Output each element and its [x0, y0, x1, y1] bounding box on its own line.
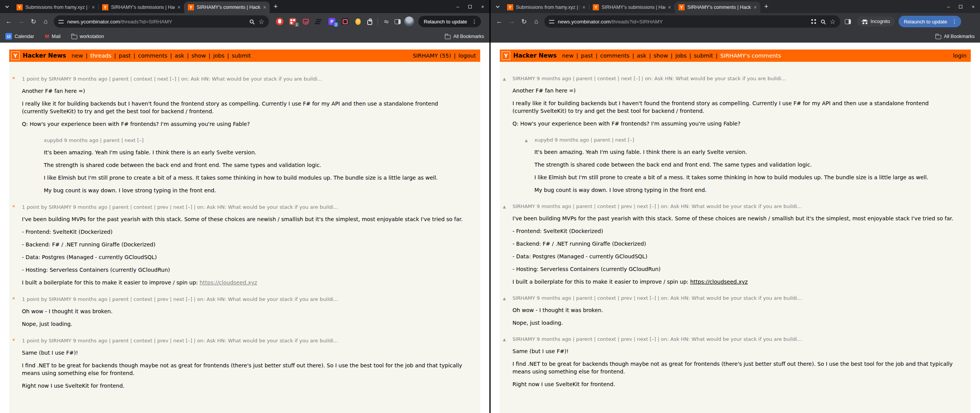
- close-window-button[interactable]: ×: [972, 4, 975, 10]
- browser-tab[interactable]: YSubmissions from hamy.xyz | H×: [13, 2, 98, 13]
- new-tab-button[interactable]: +: [274, 2, 278, 11]
- comment-collapse-toggle[interactable]: [–]: [628, 137, 634, 143]
- comment-context-link[interactable]: context: [134, 204, 153, 210]
- comment-user-link[interactable]: SIRHAMY: [49, 204, 71, 210]
- comment-parent-link[interactable]: parent: [112, 76, 129, 82]
- comment-user-link[interactable]: xupybd: [534, 137, 553, 143]
- comment-story-link[interactable]: on: Ask HN: What would be your stack if …: [661, 295, 802, 301]
- comment-age-link[interactable]: 9 months ago: [537, 336, 571, 342]
- tab-search-button[interactable]: [2, 2, 12, 11]
- bookmark-item-workstation[interactable]: workstation: [71, 33, 104, 40]
- browser-tab[interactable]: YSIRHAMY's submissions | Hacke×: [589, 2, 675, 13]
- back-button[interactable]: ←: [494, 16, 505, 27]
- comment-context-link[interactable]: context: [134, 296, 153, 302]
- comment-age-link[interactable]: 9 months ago: [537, 76, 571, 81]
- comment-context-link[interactable]: context: [134, 338, 153, 344]
- comment-collapse-toggle[interactable]: [–]: [186, 296, 192, 302]
- comment-collapse-toggle[interactable]: [–]: [650, 336, 656, 342]
- bookmark-star-icon[interactable]: ☆: [259, 18, 264, 26]
- hn-nav-ask[interactable]: ask: [637, 53, 647, 59]
- tab-search-button[interactable]: [493, 2, 502, 11]
- comment-story-link[interactable]: on: Ask HN: What would be your stack if …: [181, 76, 322, 82]
- hn-logo[interactable]: Y: [502, 51, 510, 60]
- comment-parent-link[interactable]: parent: [112, 204, 129, 210]
- hn-nav-show[interactable]: show: [191, 53, 206, 59]
- home-button[interactable]: ⌂: [531, 16, 542, 27]
- windows-grid-icon[interactable]: [811, 19, 813, 21]
- hn-login-link[interactable]: login: [953, 53, 967, 59]
- comment-prev-link[interactable]: prev: [621, 203, 632, 209]
- comment-parent-link[interactable]: parent: [112, 296, 129, 302]
- comment-parent-link[interactable]: parent: [112, 338, 129, 344]
- comment-context-link[interactable]: context: [597, 203, 616, 209]
- all-bookmarks-button[interactable]: All Bookmarks: [445, 34, 484, 39]
- side-panel-icon[interactable]: [392, 16, 403, 27]
- maximize-button[interactable]: [959, 5, 962, 8]
- comment-prev-link[interactable]: prev: [621, 295, 632, 301]
- comment-next-link[interactable]: next: [615, 137, 626, 143]
- tab-close-icon[interactable]: ×: [263, 4, 266, 10]
- relaunch-to-update-button[interactable]: Relaunch to update ⋮: [418, 16, 481, 27]
- hn-nav-new[interactable]: new: [71, 53, 83, 59]
- comment-story-link[interactable]: on: Ask HN: What would be your stack if …: [197, 296, 338, 302]
- zoom-level-icon[interactable]: [821, 20, 825, 23]
- hn-brand[interactable]: Hacker News: [513, 52, 557, 59]
- hn-nav-comments[interactable]: comments: [138, 53, 167, 59]
- address-bar[interactable]: news.ycombinator.com/threads?id=SIRHAMY …: [544, 15, 840, 28]
- comment-context-link[interactable]: context: [597, 295, 616, 301]
- comment-parent-link[interactable]: parent: [576, 295, 592, 301]
- hn-nav-new[interactable]: new: [562, 53, 574, 59]
- comment-next-link[interactable]: next: [157, 76, 168, 82]
- comment-next-link[interactable]: next: [621, 76, 632, 81]
- hn-nav-jobs[interactable]: jobs: [213, 53, 225, 59]
- hn-nav-threads[interactable]: threads: [90, 53, 111, 59]
- media-controls-icon[interactable]: ≡♪: [381, 16, 391, 27]
- comment-collapse-toggle[interactable]: [–]: [633, 76, 640, 81]
- maximize-button[interactable]: [468, 5, 472, 8]
- comment-context-link[interactable]: context: [134, 76, 153, 82]
- comment-age-link[interactable]: 9 months ago: [64, 137, 99, 143]
- back-button[interactable]: ←: [3, 16, 15, 27]
- upvote-arrow[interactable]: ▲: [525, 138, 534, 142]
- hn-nav-past[interactable]: past: [119, 53, 131, 59]
- profile-avatar[interactable]: [404, 16, 415, 27]
- browser-tab[interactable]: YSIRHAMY's submissions | Hacke×: [99, 2, 184, 13]
- bookmark-item-calendar[interactable]: 12Calendar: [5, 33, 34, 40]
- zoom-level-icon[interactable]: [250, 20, 254, 23]
- comment-parent-link[interactable]: parent: [576, 203, 592, 209]
- comment-age-link[interactable]: 9 months ago: [73, 296, 108, 302]
- comment-parent-link[interactable]: parent: [576, 336, 592, 342]
- comment-collapse-toggle[interactable]: [–]: [186, 338, 192, 344]
- comment-age-link[interactable]: 9 months ago: [537, 203, 571, 209]
- hn-nav-show[interactable]: show: [653, 53, 668, 59]
- address-bar[interactable]: news.ycombinator.com/threads?id=SIRHAMY …: [54, 15, 269, 28]
- pass-extension-icon[interactable]: P2: [327, 16, 337, 27]
- comment-story-link[interactable]: on: Ask HN: What would be your stack if …: [661, 336, 802, 342]
- comment-next-link[interactable]: next: [173, 296, 184, 302]
- browser-tab[interactable]: YSIRHAMY's comments | Hacker×: [184, 2, 270, 13]
- comment-user-link[interactable]: SIRHAMY: [512, 336, 535, 342]
- comment-age-link[interactable]: 9 months ago: [555, 137, 589, 143]
- comment-parent-link[interactable]: parent: [103, 137, 120, 143]
- comment-inline-link[interactable]: https://cloudseed.xyz: [199, 279, 257, 286]
- comment-user-link[interactable]: SIRHAMY: [49, 338, 71, 344]
- reload-button[interactable]: ↻: [518, 16, 530, 27]
- tab-close-icon[interactable]: ×: [582, 4, 585, 10]
- hn-brand[interactable]: Hacker News: [23, 52, 66, 59]
- tab-close-icon[interactable]: ×: [92, 4, 95, 10]
- hn-nav-comments[interactable]: comments: [600, 53, 629, 59]
- hn-nav-past[interactable]: past: [581, 53, 593, 59]
- browser-tab[interactable]: YSIRHAMY's comments | Hacker×: [675, 2, 760, 13]
- hn-nav-ask[interactable]: ask: [175, 53, 184, 59]
- comment-parent-link[interactable]: parent: [576, 76, 592, 81]
- comment-next-link[interactable]: next: [637, 203, 648, 209]
- comment-age-link[interactable]: 9 months ago: [73, 204, 108, 210]
- comment-prev-link[interactable]: prev: [157, 338, 168, 344]
- comment-collapse-toggle[interactable]: [–]: [650, 203, 656, 209]
- comment-collapse-toggle[interactable]: [–]: [650, 295, 656, 301]
- comment-prev-link[interactable]: prev: [157, 296, 168, 302]
- comment-next-link[interactable]: next: [637, 295, 648, 301]
- upvote-arrow[interactable]: ▲: [503, 205, 512, 209]
- relaunch-to-update-button[interactable]: Relaunch to update ⋮: [899, 16, 961, 27]
- reload-button[interactable]: ↻: [28, 16, 39, 27]
